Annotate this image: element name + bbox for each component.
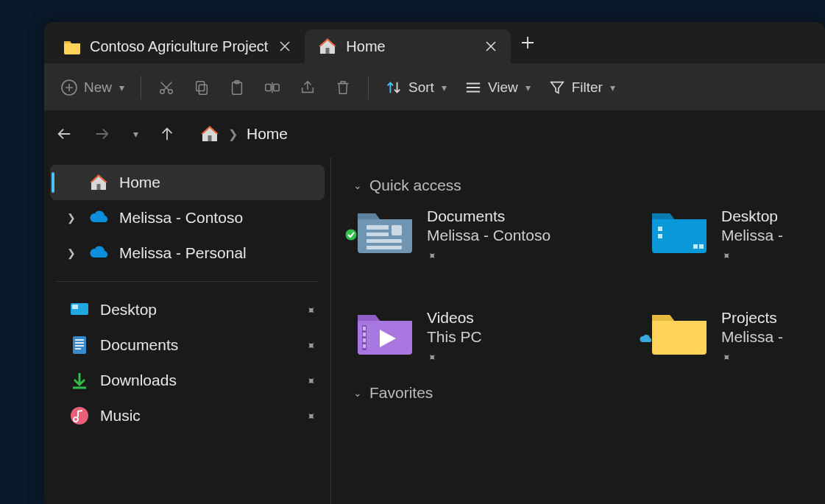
sidebar-item-downloads[interactable]: Downloads ✦ [54, 363, 325, 398]
clipboard-icon [228, 79, 246, 96]
sidebar-item-label: Downloads [100, 372, 177, 389]
quick-access-item-desktop[interactable]: Desktop Melissa - ✦ [651, 206, 798, 263]
separator [368, 76, 369, 99]
videos-folder-icon [356, 308, 414, 356]
quick-access-item-projects[interactable]: Projects Melissa - ✦ [651, 308, 798, 365]
forward-button[interactable] [85, 117, 119, 151]
music-icon [69, 405, 90, 426]
chevron-right-icon[interactable]: ❯ [65, 212, 78, 224]
svg-rect-43 [367, 239, 402, 243]
filter-button[interactable]: Filter ▾ [541, 73, 623, 102]
chevron-right-icon[interactable]: ❯ [65, 247, 78, 259]
svg-rect-53 [363, 344, 366, 348]
navigation-bar: ▾ ❯ Home [44, 110, 825, 157]
svg-rect-35 [75, 348, 81, 349]
pin-icon: ✦ [718, 349, 736, 367]
svg-rect-15 [196, 81, 205, 90]
section-header-quick-access[interactable]: ⌄ Quick access [353, 171, 825, 206]
sidebar: Home ❯ Melissa - Contoso ❯ Melissa - Per… [44, 157, 331, 504]
section-title: Quick access [369, 177, 461, 194]
sort-icon [385, 79, 403, 96]
scissors-icon [157, 79, 175, 96]
pin-icon: ✦ [302, 408, 319, 425]
tab-close-button[interactable] [483, 38, 499, 54]
documents-icon [69, 335, 90, 355]
svg-rect-34 [75, 345, 84, 347]
svg-point-38 [71, 407, 88, 425]
divider [56, 281, 319, 282]
breadcrumb[interactable]: ❯ Home [188, 125, 288, 143]
new-button[interactable]: New ▾ [53, 73, 132, 102]
svg-rect-40 [367, 225, 389, 230]
item-title: Desktop [721, 207, 783, 225]
svg-rect-45 [658, 227, 662, 231]
svg-rect-51 [363, 333, 366, 336]
sidebar-item-home[interactable]: Home [50, 165, 325, 200]
up-button[interactable] [150, 117, 184, 151]
tab-contoso-project[interactable]: Contoso Agriculture Project [50, 29, 305, 63]
cloud-icon [639, 334, 652, 347]
svg-rect-47 [693, 244, 698, 249]
new-tab-button[interactable] [511, 26, 545, 60]
copy-button[interactable] [185, 73, 218, 102]
svg-rect-46 [658, 234, 662, 238]
svg-rect-2 [326, 48, 330, 54]
rename-button[interactable] [256, 73, 288, 102]
breadcrumb-location: Home [247, 125, 288, 143]
documents-folder-icon [356, 206, 414, 255]
sidebar-item-desktop[interactable]: Desktop ✦ [54, 292, 325, 327]
sidebar-item-label: Melissa - Personal [119, 244, 247, 262]
chevron-down-icon: ⌄ [353, 387, 362, 399]
folder-icon [63, 38, 81, 54]
trash-icon [334, 79, 352, 96]
chevron-down-icon: ▾ [442, 82, 447, 93]
tab-strip: Contoso Agriculture Project Home [44, 22, 825, 63]
pin-icon: ✦ [718, 248, 736, 266]
onedrive-icon [88, 243, 109, 263]
svg-rect-32 [75, 339, 84, 341]
svg-point-39 [345, 229, 357, 241]
quick-access-item-videos[interactable]: Videos This PC ✦ [356, 308, 606, 365]
new-label: New [84, 79, 112, 96]
svg-rect-30 [72, 305, 78, 309]
item-subtitle: This PC [427, 328, 482, 346]
sidebar-item-label: Melissa - Contoso [119, 209, 243, 227]
quick-access-grid: Documents Melissa - Contoso ✦ Desktop Me… [353, 206, 825, 378]
item-subtitle: Melissa - Contoso [427, 227, 550, 244]
svg-rect-28 [97, 184, 101, 190]
filter-label: Filter [572, 79, 603, 96]
chevron-down-icon: ⌄ [353, 180, 362, 191]
onedrive-icon [88, 207, 109, 228]
section-title: Favorites [369, 384, 433, 402]
copy-icon [193, 79, 210, 96]
paste-button[interactable] [221, 73, 253, 102]
chevron-right-icon: ❯ [228, 127, 238, 141]
share-button[interactable] [291, 73, 324, 102]
section-header-favorites[interactable]: ⌄ Favorites [353, 378, 825, 414]
cut-button[interactable] [150, 73, 183, 102]
pin-icon: ✦ [424, 248, 442, 266]
svg-rect-48 [699, 244, 704, 249]
sidebar-item-onedrive-personal[interactable]: ❯ Melissa - Personal [50, 235, 325, 271]
back-button[interactable] [47, 117, 81, 151]
recent-locations-button[interactable]: ▾ [124, 117, 146, 151]
tab-label: Home [346, 38, 474, 55]
view-button[interactable]: View ▾ [457, 73, 538, 102]
plus-circle-icon [60, 79, 78, 96]
content-pane: ⌄ Quick access Documents Melissa - Conto… [331, 157, 825, 504]
separator [141, 76, 141, 99]
sidebar-item-music[interactable]: Music ✦ [54, 398, 325, 433]
sidebar-item-onedrive-contoso[interactable]: ❯ Melissa - Contoso [50, 200, 325, 235]
svg-rect-44 [367, 246, 402, 249]
delete-button[interactable] [327, 73, 359, 102]
sort-button[interactable]: Sort ▾ [378, 73, 454, 102]
tab-label: Contoso Agriculture Project [90, 38, 268, 55]
tab-close-button[interactable] [277, 38, 293, 54]
tab-home[interactable]: Home [305, 29, 511, 63]
sidebar-item-label: Home [119, 174, 160, 191]
home-icon [88, 172, 109, 193]
quick-access-item-documents[interactable]: Documents Melissa - Contoso ✦ [356, 206, 606, 263]
item-subtitle: Melissa - [721, 227, 783, 244]
svg-rect-52 [363, 338, 366, 342]
sidebar-item-documents[interactable]: Documents ✦ [54, 327, 325, 363]
